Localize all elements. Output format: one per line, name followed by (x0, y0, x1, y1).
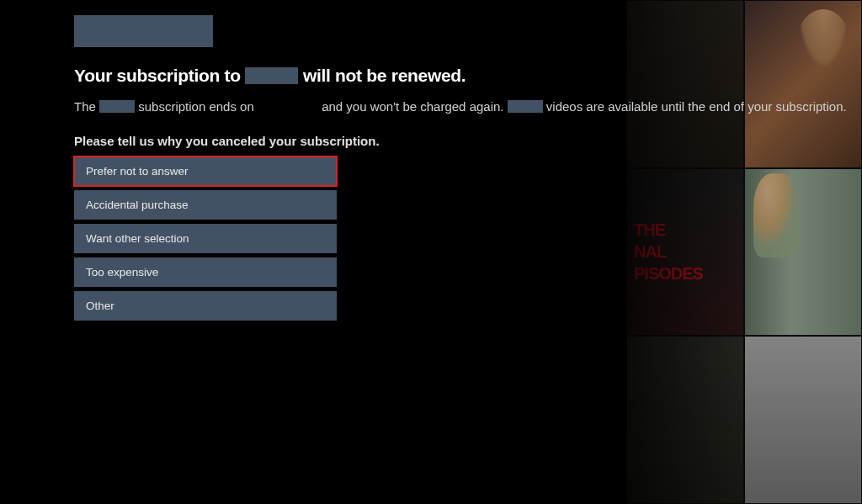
option-prefer-not-to-answer[interactable]: Prefer not to answer (74, 157, 337, 186)
title-prefix: Your subscription to (74, 66, 241, 85)
info-part: videos are available until the end of yo… (546, 99, 847, 114)
option-accidental-purchase[interactable]: Accidental purchase (74, 190, 337, 220)
service-name-redacted (99, 100, 135, 113)
service-name-redacted (508, 100, 543, 113)
option-other[interactable]: Other (74, 291, 337, 321)
poster-tile (744, 336, 862, 504)
cancellation-reason-prompt: Please tell us why you canceled your sub… (74, 134, 862, 148)
info-part: The (74, 99, 96, 114)
title-suffix: will not be renewed. (303, 66, 466, 85)
option-want-other-selection[interactable]: Want other selection (74, 224, 337, 253)
cancellation-info: The subscription ends on and you won't b… (74, 98, 849, 117)
service-logo-redacted (74, 15, 213, 47)
cancellation-reason-options: Prefer not to answer Accidental purchase… (74, 157, 337, 321)
service-name-redacted (245, 67, 298, 84)
info-part: subscription ends on (138, 99, 254, 114)
poster-tile (626, 336, 744, 504)
info-part: and you won't be charged again. (322, 99, 503, 114)
main-content: Your subscription to will not be renewed… (0, 0, 862, 321)
page-title: Your subscription to will not be renewed… (74, 66, 862, 86)
option-too-expensive[interactable]: Too expensive (74, 257, 337, 287)
